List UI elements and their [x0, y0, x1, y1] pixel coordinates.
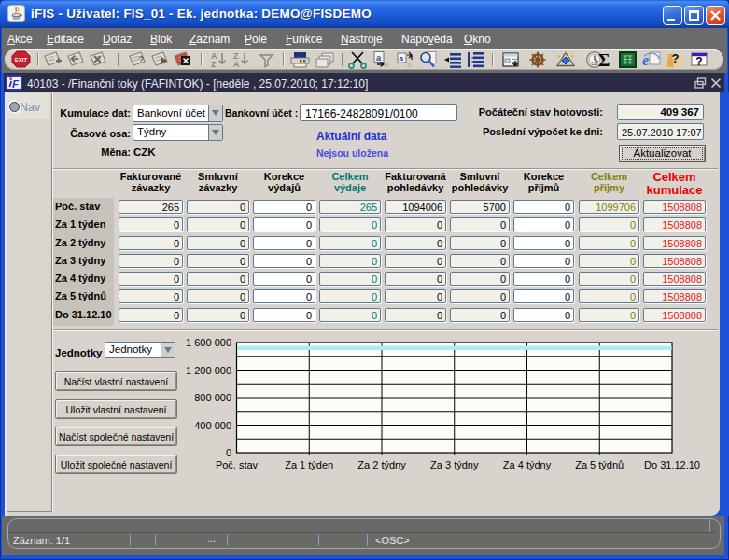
svg-text:0: 0 — [226, 447, 231, 458]
svg-text:Za 3 týdny: Za 3 týdny — [430, 459, 479, 470]
svg-text:F: F — [12, 78, 20, 90]
svg-text:a: a — [400, 54, 404, 63]
svg-text:Za 2 týdny: Za 2 týdny — [357, 459, 406, 470]
svg-text:a: a — [407, 61, 412, 69]
svg-text:A: A — [233, 60, 240, 69]
svg-text:1 600 000: 1 600 000 — [186, 337, 231, 348]
svg-text:Do 31.12.10: Do 31.12.10 — [644, 459, 700, 470]
svg-text:?: ? — [138, 55, 144, 65]
svg-text:400 000: 400 000 — [194, 420, 231, 431]
svg-text:Σ: Σ — [598, 50, 610, 69]
svg-text:a: a — [385, 61, 389, 69]
svg-text:1 200 000: 1 200 000 — [186, 365, 231, 376]
svg-text:?: ? — [672, 51, 680, 65]
svg-text:Poč. stav: Poč. stav — [216, 459, 259, 470]
svg-text:Z: Z — [211, 60, 217, 69]
svg-text:800 000: 800 000 — [194, 392, 231, 403]
svg-text:Za 4 týdny: Za 4 týdny — [503, 459, 552, 470]
svg-text:Za 1 týden: Za 1 týden — [285, 459, 333, 470]
svg-text:?: ? — [695, 55, 702, 68]
svg-text:Za 5 týdnů: Za 5 týdnů — [575, 459, 624, 470]
svg-text:EXIT: EXIT — [15, 57, 28, 63]
